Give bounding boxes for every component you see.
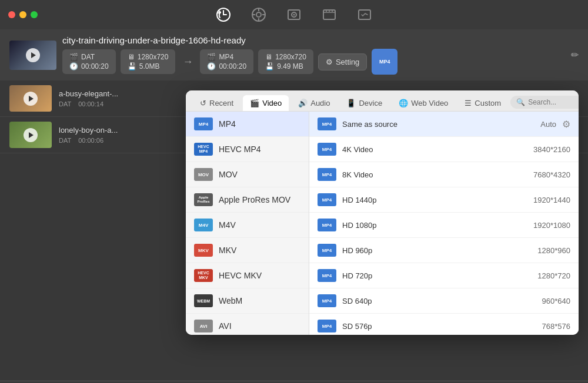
duration-label: 00:00:06 [78,137,103,144]
search-input[interactable] [528,98,579,106]
format-item-avi[interactable]: AVI AVI [186,314,309,335]
format-item-prores[interactable]: AppleProRes Apple ProRes MOV [186,187,309,213]
setting-button[interactable]: ⚙ Setting [318,53,367,70]
resolution-item-576p[interactable]: MP4 SD 576p 768*576 [309,314,579,335]
format-dropdown: ↺ Recent 🎬 Video 🔊 Audio 📱 Device 🌐 Web … [186,90,579,335]
title-bar-nav [214,5,374,24]
device-icon: 📱 [346,99,356,107]
toolbox-nav-icon[interactable] [249,5,268,24]
resolution-label: Same as source [342,120,534,129]
source-res-box: 🖥 1280x720 💾 5.0MB [121,49,176,74]
format-label: WebM [219,296,242,305]
res-mp4-icon: MP4 [318,168,336,181]
resolution-value: 7680*4320 [533,170,570,179]
play-button[interactable] [26,48,40,62]
format-item-mp4[interactable]: MP4 MP4 [186,112,309,137]
prores-icon: AppleProRes [194,193,213,206]
source-format: 🎬 DAT [69,53,109,61]
mp4-icon: MP4 [194,117,213,130]
output-res-box: 🖥 1280x720 💾 9.49 MB [258,49,313,74]
resolution-item-640p[interactable]: MP4 SD 640p 960*640 [309,288,579,314]
dropdown-body: MP4 MP4 HEVCMP4 HEVC MP4 MOV MOV ApplePr… [186,112,579,335]
format-item-m4v[interactable]: M4V M4V [186,213,309,238]
resolution-value: 1920*1080 [533,221,570,230]
svg-point-2 [256,12,261,17]
format-item-hevc-mkv[interactable]: HEVCMKV HEVC MKV [186,263,309,288]
tab-video[interactable]: 🎬 Video [243,95,289,111]
arrow-right-icon: → [182,56,193,68]
mkv-icon: MKV [194,244,213,257]
output-size: 💾 9.49 MB [265,62,306,70]
resolution-item-1080p[interactable]: MP4 HD 1080p 1920*1080 [309,213,579,238]
resolution-item-1440p[interactable]: MP4 HD 1440p 1920*1440 [309,187,579,213]
resolution-gear-icon[interactable]: ⚙ [562,119,570,130]
resolution-label: HD 960p [342,246,532,255]
format-label: HEVC MKV [219,271,262,280]
traffic-lights [8,11,38,18]
audio-icon: 🔊 [298,99,308,107]
media-nav-icon[interactable] [285,5,303,24]
format-item-webm[interactable]: WEBM WebM [186,288,309,314]
webvideo-icon: 🌐 [399,99,408,107]
resolution-label: HD 1440p [342,196,527,204]
edit-icon[interactable]: ✏ [571,49,579,61]
avi-icon: AVI [194,320,213,332]
resolution-value: 3840*2160 [533,145,570,154]
source-meta-box: 🎬 DAT 🕐 00:00:20 [62,49,116,74]
resolution-item-4k[interactable]: MP4 4K Video 3840*2160 [309,137,579,162]
tab-custom[interactable]: ☰ Custom [457,95,508,111]
tab-device[interactable]: 📱 Device [339,95,389,111]
maximize-button[interactable] [31,11,38,18]
out-res-icon: 🖥 [265,53,272,61]
search-icon: 🔍 [516,98,525,106]
svg-point-5 [293,14,295,16]
resolution-value: 1280*960 [537,246,570,255]
format-item-mkv[interactable]: MKV MKV [186,238,309,263]
close-button[interactable] [8,11,15,18]
out-size-icon: 💾 [265,62,274,70]
play-button[interactable] [24,128,38,142]
custom-icon: ☰ [465,99,472,107]
res-mp4-icon: MP4 [318,117,336,130]
resolution-label: HD 720p [342,271,532,280]
svg-point-9 [332,11,333,12]
duration-label: 00:00:14 [78,100,103,107]
out-clock-icon: 🕐 [207,62,216,70]
file-thumb-cafe [9,85,52,112]
resolution-item-960p[interactable]: MP4 HD 960p 1280*960 [309,238,579,263]
tab-recent[interactable]: ↺ Recent [193,95,240,111]
file-name: city-train-driving-under-a-bridge-1606-h… [62,35,565,45]
svg-point-7 [326,11,327,12]
resolution-item-8k[interactable]: MP4 8K Video 7680*4320 [309,162,579,187]
resolution-item-720p[interactable]: MP4 HD 720p 1280*720 [309,263,579,288]
file-thumb-park [9,122,52,148]
resolution-label: HD 1080p [342,221,527,230]
res-mp4-icon: MP4 [318,244,336,257]
format-label: AVI [219,321,232,331]
format-item-hevc-mp4[interactable]: HEVCMP4 HEVC MP4 [186,137,309,162]
more-nav-icon[interactable] [355,5,374,24]
format-item-mov[interactable]: MOV MOV [186,162,309,187]
editor-nav-icon[interactable] [320,5,339,24]
resolution-item-same[interactable]: MP4 Same as source Auto ⚙ [309,112,579,137]
output-format: 🎬 MP4 [207,53,246,61]
res-mp4-icon: MP4 [318,143,336,156]
resolution-label: SD 576p [342,322,536,331]
file-thumbnail[interactable] [9,41,56,70]
source-size: 💾 5.0MB [128,62,169,70]
title-bar [0,0,588,29]
search-area: 🔍 [510,96,579,109]
tab-webvideo[interactable]: 🌐 Web Video [392,95,455,111]
convert-nav-icon[interactable] [214,5,233,24]
play-button[interactable] [24,92,38,106]
res-mp4-icon: MP4 [318,219,336,231]
res-mp4-icon: MP4 [318,320,336,332]
format-label: MKV [219,246,236,255]
resolution-value: 1920*1440 [533,196,570,204]
clock-icon: 🕐 [69,62,78,70]
hevc-mp4-icon: HEVCMP4 [194,143,213,156]
format-list: MP4 MP4 HEVCMP4 HEVC MP4 MOV MOV ApplePr… [186,112,309,335]
tab-audio[interactable]: 🔊 Audio [291,95,337,111]
minimize-button[interactable] [19,11,26,18]
format-label: M4V [219,220,236,230]
